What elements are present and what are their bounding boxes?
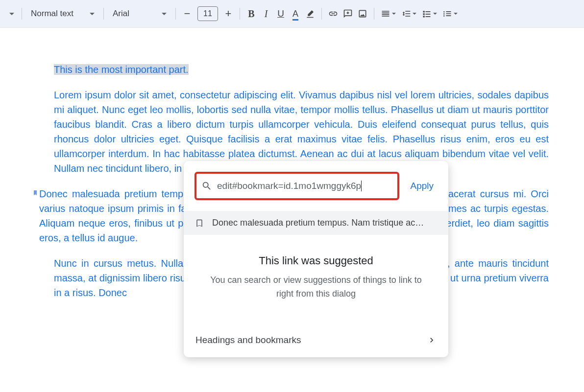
bookmark-icon (32, 188, 38, 197)
insert-image-button[interactable] (355, 6, 370, 21)
add-comment-button[interactable] (341, 6, 355, 21)
line-spacing-icon (401, 9, 411, 19)
font-size-input[interactable]: 11 (197, 6, 218, 21)
font-family-label: Arial (113, 9, 129, 19)
checklist-icon (422, 9, 432, 19)
highlighter-icon (305, 9, 315, 19)
highlight-color-button[interactable] (303, 6, 317, 21)
text-color-button[interactable]: A (288, 6, 303, 21)
bold-button[interactable]: B (244, 6, 259, 21)
more-left-button[interactable] (3, 6, 18, 21)
comment-plus-icon (343, 9, 353, 19)
link-search-field-highlight: edit#bookmark=id.1mo1wmggyk6p (195, 172, 399, 200)
apply-button[interactable]: Apply (406, 178, 438, 194)
chevron-down-icon (392, 13, 396, 15)
checklist-button[interactable] (419, 6, 434, 21)
underline-button[interactable]: U (273, 6, 288, 21)
link-url-input[interactable]: edit#bookmark=id.1mo1wmggyk6p (217, 181, 392, 192)
insert-link-dialog: edit#bookmark=id.1mo1wmggyk6p Apply Done… (184, 161, 448, 357)
suggestion-text: Donec malesuada pretium tempus. Nam tris… (212, 218, 424, 228)
selected-text: This is the most important part. (54, 64, 189, 75)
font-size-value: 11 (203, 9, 212, 18)
paragraph-style-label: Normal text (31, 9, 73, 19)
hint-title: This link was suggested (203, 254, 429, 267)
bookmark-outline-icon (195, 218, 204, 228)
separator (22, 8, 22, 20)
search-icon (201, 181, 212, 191)
headings-bookmarks-label: Headings and bookmarks (195, 335, 301, 346)
link-icon (328, 9, 338, 19)
separator (321, 8, 322, 20)
hint-body: You can search or view suggestions of th… (203, 273, 429, 300)
align-icon (381, 9, 390, 19)
chevron-down-icon (162, 13, 167, 15)
chevron-down-icon (454, 13, 458, 15)
separator (374, 8, 374, 20)
selected-text-line[interactable]: This is the most important part. (54, 62, 549, 77)
paragraph-style-dropdown[interactable]: Normal text (26, 6, 99, 21)
bulleted-list-icon (442, 9, 452, 19)
image-icon (358, 9, 367, 19)
chevron-down-icon (90, 13, 95, 15)
chevron-down-icon (413, 13, 416, 15)
link-suggestion-item[interactable]: Donec malesuada pretium tempus. Nam tris… (184, 211, 448, 235)
link-hint-panel: This link was suggested You can search o… (184, 235, 448, 325)
chevron-right-icon (427, 335, 437, 345)
bulleted-list-button[interactable] (440, 6, 455, 21)
chevron-down-icon (433, 13, 437, 15)
align-button[interactable] (378, 6, 393, 21)
separator (240, 8, 240, 20)
separator (103, 8, 104, 20)
separator (175, 8, 176, 20)
document-canvas[interactable]: This is the most important part. Lorem i… (0, 28, 584, 392)
headings-bookmarks-button[interactable]: Headings and bookmarks (184, 325, 448, 357)
font-family-dropdown[interactable]: Arial (108, 6, 171, 21)
decrease-font-size-button[interactable]: − (180, 6, 195, 21)
insert-link-button[interactable] (326, 6, 341, 21)
italic-button[interactable]: I (259, 6, 273, 21)
increase-font-size-button[interactable]: + (221, 6, 236, 21)
toolbar: Normal text Arial − 11 + B I U A (0, 0, 584, 28)
line-spacing-button[interactable] (399, 6, 414, 21)
